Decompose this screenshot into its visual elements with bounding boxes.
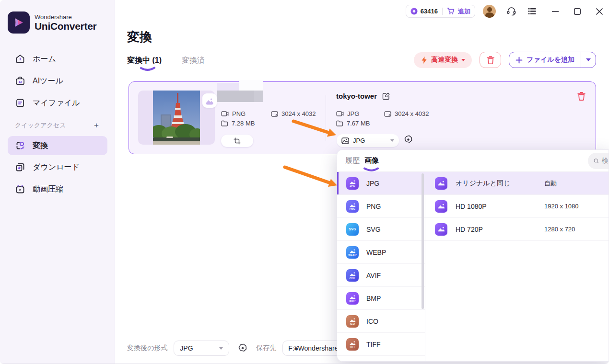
sidebar-item-label: AIツール (33, 76, 63, 86)
fast-convert-button[interactable]: 高速変換 (414, 52, 472, 68)
image-type-badge (202, 93, 217, 108)
output-format: JPG (347, 110, 359, 117)
brand-wondershare: Wondershare (35, 13, 96, 21)
resolution-option-720p[interactable]: HD 720P 1280 x 720 (425, 218, 609, 241)
task-list-icon (527, 6, 537, 16)
redacted-filename-block (217, 91, 254, 102)
folder-icon (221, 120, 228, 126)
plus-icon (515, 57, 523, 64)
jpg-format-icon: JPG (346, 177, 359, 190)
format-option-png[interactable]: PNG PNG (337, 195, 425, 218)
resolution-option-original[interactable]: オリジナルと同じ 自動 (425, 172, 609, 195)
sidebar-item-ai-tools[interactable]: AI AIツール (0, 70, 115, 92)
user-avatar[interactable] (483, 5, 496, 18)
format-list: JPG JPG PNG PNG SVG SVG WEBP WEBP AVIF (337, 172, 425, 362)
global-settings-button[interactable] (237, 343, 248, 353)
format-option-svg[interactable]: SVG SVG (337, 218, 425, 241)
folder-icon (336, 120, 343, 126)
add-credits-label: 追加 (458, 7, 470, 16)
source-size-row: 7.28 MB (221, 120, 255, 127)
chevron-down-icon (219, 347, 223, 350)
svg-format-icon: SVG (346, 223, 359, 236)
rename-icon[interactable] (382, 92, 390, 100)
format-option-avif[interactable]: AVIF AVIF (337, 264, 425, 287)
search-icon (594, 157, 599, 165)
toolbar: 高速変換 ファイルを追加 (414, 52, 596, 68)
app-logo: Wondershare UniConverter (8, 11, 96, 34)
sidebar-item-label: マイファイル (33, 98, 80, 108)
format-label: TIFF (366, 341, 381, 348)
sidebar-item-download[interactable]: ダウンロード (0, 156, 115, 178)
global-format-select[interactable]: JPG (174, 341, 229, 356)
add-files-main[interactable]: ファイルを追加 (509, 52, 581, 68)
format-label: BMP (366, 295, 381, 302)
titlebar: 63416 追加 (406, 5, 603, 18)
quick-access-add-icon[interactable]: + (94, 121, 99, 130)
button-divider (581, 52, 581, 68)
coin-icon (410, 8, 418, 15)
image-icon (435, 177, 447, 190)
uniconverter-logo-icon (8, 11, 30, 34)
output-format-select[interactable]: JPG (337, 134, 399, 147)
sidebar-item-video-compress[interactable]: 動画圧縮 (0, 178, 115, 200)
output-dimensions-row: 3024 x 4032 (384, 110, 429, 117)
format-option-ico[interactable]: ICO ICO (337, 310, 425, 333)
panel-tab-image[interactable]: 画像 (364, 156, 379, 165)
sidebar: Wondershare UniConverter ホーム AI AIツール マイ… (0, 0, 115, 364)
sidebar-item-label: ダウンロード (33, 162, 80, 172)
resolution-value: 1920 x 1080 (544, 203, 579, 210)
format-search-input[interactable]: 検 (588, 153, 609, 169)
arrow-to-jpg-option (285, 167, 337, 187)
format-option-jpg[interactable]: JPG JPG (337, 172, 425, 195)
minimize-button[interactable] (551, 8, 559, 15)
sidebar-item-my-files[interactable]: マイファイル (0, 92, 115, 114)
format-option-webp[interactable]: WEBP WEBP (337, 241, 425, 264)
close-button[interactable] (596, 8, 603, 15)
resolution-option-1080p[interactable]: HD 1080P 1920 x 1080 (425, 195, 609, 218)
format-label: AVIF (366, 272, 381, 279)
chevron-down-icon (390, 139, 394, 142)
format-list-scrollbar[interactable] (422, 173, 424, 309)
add-files-button[interactable]: ファイルを追加 (509, 52, 596, 68)
sidebar-item-convert[interactable]: 変換 (8, 136, 107, 155)
file-task-card: PNG 7.28 MB 3024 x 4032 tokyo-tower JPG … (129, 81, 596, 154)
remove-file-button[interactable] (577, 91, 586, 101)
format-label: SVG (366, 226, 381, 233)
sidebar-item-home[interactable]: ホーム (0, 48, 115, 70)
sidebar-item-label: ホーム (33, 54, 56, 64)
output-size: 7.67 MB (347, 120, 370, 127)
output-format-bar-label: 変換後の形式 (127, 344, 167, 353)
brand-uniconverter: UniConverter (35, 21, 96, 32)
page-title: 変換 (127, 29, 152, 46)
task-queue-button[interactable] (527, 6, 537, 16)
format-label: JPG (366, 180, 379, 187)
output-dimensions: 3024 x 4032 (395, 110, 429, 117)
sidebar-item-label: 変換 (33, 141, 48, 151)
file-thumbnail-container (138, 91, 215, 145)
tab-converted[interactable]: 変換済 (182, 56, 205, 66)
trash-icon (486, 56, 495, 65)
format-option-tiff[interactable]: TIFF TIFF (337, 333, 425, 356)
chevron-down-icon (586, 58, 591, 61)
source-dimensions-row: 3024 x 4032 (271, 110, 316, 117)
header-divider (127, 73, 596, 73)
gear-icon (403, 135, 413, 145)
lightning-icon (421, 56, 428, 64)
panel-tab-history[interactable]: 履歴 (345, 156, 360, 165)
maximize-button[interactable] (574, 8, 581, 15)
format-label: ICO (366, 318, 378, 325)
credits-pill[interactable]: 63416 追加 (406, 5, 475, 18)
avif-format-icon: AVIF (346, 269, 359, 282)
main-tabs: 変換中 (1) 変換済 (127, 56, 205, 66)
support-headset-button[interactable] (506, 6, 516, 16)
file-settings-button[interactable] (403, 135, 413, 145)
quick-access-label: クイックアクセス (15, 121, 66, 130)
tab-converting[interactable]: 変換中 (1) (127, 56, 162, 66)
add-files-dropdown-toggle[interactable] (581, 52, 596, 68)
crop-icon (234, 137, 241, 145)
crop-edit-button[interactable] (221, 135, 253, 147)
format-option-bmp[interactable]: BMP BMP (337, 287, 425, 310)
maximize-icon (574, 8, 581, 15)
clear-all-button[interactable] (480, 52, 501, 68)
headset-icon (506, 6, 516, 16)
